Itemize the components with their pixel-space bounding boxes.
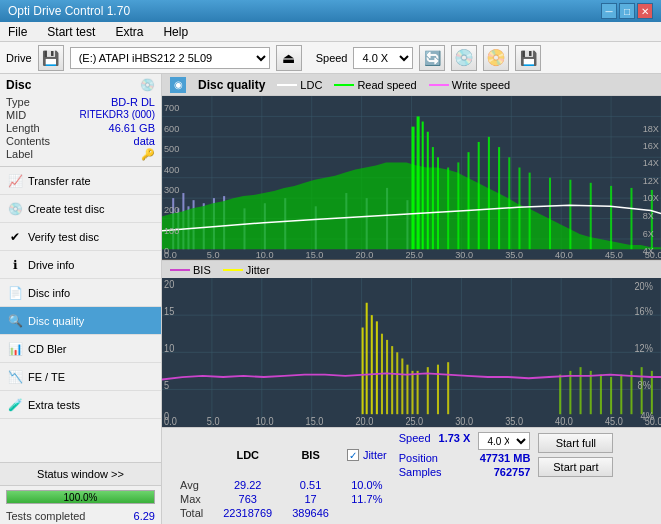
svg-rect-99 xyxy=(366,303,368,414)
ldc-total: 22318769 xyxy=(213,506,282,520)
samples-label: Samples xyxy=(399,466,442,478)
svg-rect-45 xyxy=(478,142,480,249)
speed-label: Speed xyxy=(316,52,348,64)
svg-text:10: 10 xyxy=(164,343,174,355)
jitter-checkbox-area: ✓ Jitter xyxy=(347,449,387,461)
legend-ldc: LDC xyxy=(277,79,322,91)
refresh-icon[interactable]: 🔄 xyxy=(419,45,445,71)
extra-tests-label: Extra tests xyxy=(28,399,80,411)
svg-rect-39 xyxy=(427,132,429,249)
sidebar-item-extra-tests[interactable]: 🧪 Extra tests xyxy=(0,391,161,419)
sidebar-item-drive-info[interactable]: ℹ Drive info xyxy=(0,251,161,279)
svg-rect-112 xyxy=(447,363,449,415)
menu-extra[interactable]: Extra xyxy=(111,24,147,40)
fe-te-label: FE / TE xyxy=(28,371,65,383)
status-text: Tests completed 6.29 xyxy=(0,508,161,524)
svg-rect-50 xyxy=(529,173,531,250)
svg-text:20: 20 xyxy=(164,278,174,290)
svg-text:10.0: 10.0 xyxy=(256,416,274,427)
start-part-button[interactable]: Start part xyxy=(538,457,613,477)
minimize-button[interactable]: ─ xyxy=(601,3,617,19)
disc-icon2[interactable]: 📀 xyxy=(483,45,509,71)
sidebar-item-disc-info[interactable]: 📄 Disc info xyxy=(0,279,161,307)
type-label: Type xyxy=(6,96,30,108)
jitter-avg: 10.0% xyxy=(339,478,395,492)
sidebar-item-disc-quality[interactable]: 🔍 Disc quality xyxy=(0,307,161,335)
svg-rect-47 xyxy=(498,147,500,249)
close-button[interactable]: ✕ xyxy=(637,3,653,19)
svg-rect-116 xyxy=(590,371,592,414)
disc-info-label: Disc info xyxy=(28,287,70,299)
svg-text:20.0: 20.0 xyxy=(355,416,373,427)
speed-label: Speed xyxy=(399,432,431,450)
eject-icon[interactable]: ⏏ xyxy=(276,45,302,71)
svg-rect-101 xyxy=(376,322,378,415)
bottom-chart-svg: 0 5 10 15 20 4% 8% 12% 16% 20% 0.0 5.0 1… xyxy=(162,278,661,427)
svg-rect-103 xyxy=(386,340,388,414)
save-icon[interactable]: 💾 xyxy=(515,45,541,71)
window-controls: ─ □ ✕ xyxy=(601,3,653,19)
svg-rect-117 xyxy=(600,375,602,415)
menu-start-test[interactable]: Start test xyxy=(43,24,99,40)
menu-help[interactable]: Help xyxy=(159,24,192,40)
svg-rect-115 xyxy=(580,368,582,415)
jitter-max: 11.7% xyxy=(339,492,395,506)
svg-text:40.0: 40.0 xyxy=(555,416,573,427)
main-layout: Disc 💿 Type BD-R DL MID RITEKDR3 (000) L… xyxy=(0,74,661,524)
menu-file[interactable]: File xyxy=(4,24,31,40)
verify-test-disc-label: Verify test disc xyxy=(28,231,99,243)
extra-tests-icon: 🧪 xyxy=(8,398,22,412)
drive-label: Drive xyxy=(6,52,32,64)
top-chart-svg: 0 100 200 300 400 500 600 700 4X 6X 8X 1… xyxy=(162,96,661,259)
start-full-button[interactable]: Start full xyxy=(538,433,613,453)
position-label: Position xyxy=(399,452,438,464)
svg-text:6X: 6X xyxy=(643,229,654,239)
svg-text:0.0: 0.0 xyxy=(164,416,177,427)
create-test-disc-icon: 💿 xyxy=(8,202,22,216)
svg-rect-43 xyxy=(457,162,459,249)
svg-rect-108 xyxy=(412,371,414,414)
status-window-button[interactable]: Status window >> xyxy=(0,462,161,486)
svg-rect-53 xyxy=(590,183,592,249)
svg-text:400: 400 xyxy=(164,165,179,175)
total-label: Total xyxy=(170,506,213,520)
disc-icon1[interactable]: 💿 xyxy=(451,45,477,71)
cd-bler-icon: 📊 xyxy=(8,342,22,356)
svg-text:35.0: 35.0 xyxy=(505,250,523,259)
sidebar-item-create-test-disc[interactable]: 💿 Create test disc xyxy=(0,195,161,223)
progress-bar: 100.0% xyxy=(6,490,155,504)
nav-items: 📈 Transfer rate 💿 Create test disc ✔ Ver… xyxy=(0,167,161,462)
jitter-checkbox[interactable]: ✓ xyxy=(347,449,359,461)
sidebar-item-cd-bler[interactable]: 📊 CD Bler xyxy=(0,335,161,363)
svg-rect-52 xyxy=(569,180,571,249)
verify-test-disc-icon: ✔ xyxy=(8,230,22,244)
svg-text:200: 200 xyxy=(164,205,179,215)
svg-text:15.0: 15.0 xyxy=(306,250,324,259)
mid-value: RITEKDR3 (000) xyxy=(79,109,155,121)
svg-text:20%: 20% xyxy=(635,281,653,293)
svg-text:30.0: 30.0 xyxy=(455,416,473,427)
disc-quality-icon: 🔍 xyxy=(8,314,22,328)
samples-value: 762757 xyxy=(494,466,531,478)
disc-icon: 💿 xyxy=(140,78,155,92)
svg-text:45.0: 45.0 xyxy=(605,250,623,259)
sidebar-item-verify-test-disc[interactable]: ✔ Verify test disc xyxy=(0,223,161,251)
sidebar-item-fe-te[interactable]: 📉 FE / TE xyxy=(0,363,161,391)
svg-rect-120 xyxy=(630,371,632,414)
svg-text:5.0: 5.0 xyxy=(207,250,220,259)
label-icon: 🔑 xyxy=(141,148,155,161)
svg-text:15.0: 15.0 xyxy=(306,416,324,427)
svg-rect-38 xyxy=(422,122,424,250)
svg-text:45.0: 45.0 xyxy=(605,416,623,427)
maximize-button[interactable]: □ xyxy=(619,3,635,19)
svg-rect-106 xyxy=(401,359,403,415)
sidebar-item-transfer-rate[interactable]: 📈 Transfer rate xyxy=(0,167,161,195)
stats-table: LDC BIS ✓ Jitter xyxy=(170,432,653,520)
speed-select-stats[interactable]: 4.0 X xyxy=(478,432,530,450)
speed-select[interactable]: 4.0 X xyxy=(353,47,413,69)
drive-select[interactable]: (E:) ATAPI iHBS212 2 5L09 xyxy=(70,47,270,69)
svg-rect-104 xyxy=(391,347,393,415)
svg-text:25.0: 25.0 xyxy=(405,250,423,259)
svg-rect-54 xyxy=(610,186,612,249)
svg-rect-46 xyxy=(488,137,490,249)
